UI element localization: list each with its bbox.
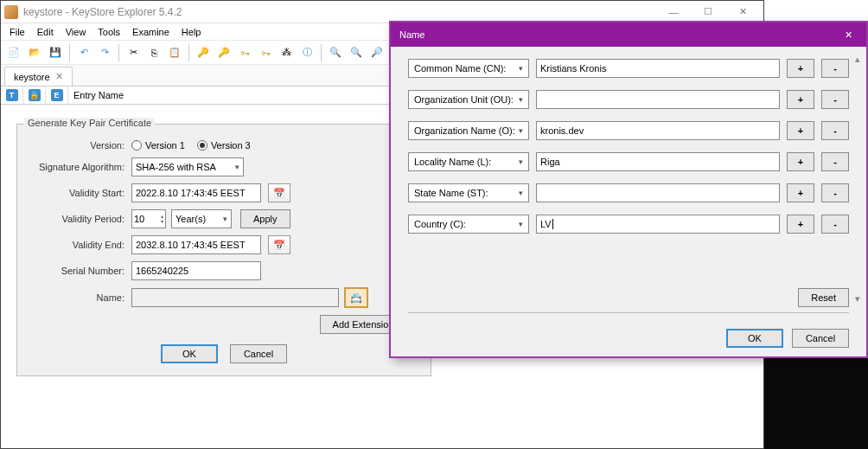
add-row-button[interactable]: +	[787, 121, 814, 140]
dialog-cancel-button[interactable]: Cancel	[792, 329, 849, 348]
add-row-button[interactable]: +	[787, 90, 814, 109]
calendar-icon[interactable]: 📅	[268, 235, 290, 254]
minimize-button[interactable]: —	[656, 2, 691, 22]
copy-icon[interactable]: ⎘	[144, 43, 163, 62]
dn-value-input[interactable]	[536, 183, 780, 202]
generate-keypair-panel: Generate Key Pair Certificate Version: V…	[16, 124, 431, 376]
app-icon	[4, 5, 18, 19]
save-icon[interactable]: 💾	[46, 43, 65, 62]
keypair2-icon[interactable]: 🔑	[214, 43, 233, 62]
dn-row: State Name (ST):+-	[408, 183, 849, 202]
validity-unit-combo[interactable]: Year(s)	[171, 209, 232, 228]
examine3-icon[interactable]: 🔎	[367, 43, 386, 62]
tab-label: keystore	[14, 72, 50, 82]
remove-row-button[interactable]: -	[821, 90, 849, 109]
dn-field-combo[interactable]: Organization Name (O):	[408, 121, 529, 140]
window-title: keystore - KeyStore Explorer 5.4.2	[23, 6, 656, 18]
reset-button[interactable]: Reset	[798, 288, 849, 307]
dialog-body: ▴▾ Common Name (CN):Kristians Kronis+-Or…	[391, 47, 866, 356]
info-icon[interactable]: ⓘ	[297, 43, 316, 62]
scrollbar[interactable]: ▴▾	[852, 54, 863, 305]
dn-field-combo[interactable]: Country (C):	[408, 215, 529, 234]
cut-icon[interactable]: ✂	[124, 43, 143, 62]
validity-start-label: Validity Start:	[28, 188, 131, 198]
keypair3-icon[interactable]: 🗝	[235, 43, 254, 62]
serial-field[interactable]: 1665240225	[131, 261, 261, 280]
toolbar-sep	[321, 44, 322, 61]
col-expiry[interactable]: E	[46, 87, 68, 104]
redo-icon[interactable]: ↷	[95, 43, 114, 62]
apply-button[interactable]: Apply	[240, 209, 290, 228]
open-icon[interactable]: 📂	[25, 43, 44, 62]
validity-end-field[interactable]: 2032.8.10 17:43:45 EEST	[131, 235, 261, 254]
validity-end-label: Validity End:	[28, 240, 131, 250]
sig-alg-combo[interactable]: SHA-256 with RSA	[131, 157, 244, 176]
name-label: Name:	[28, 292, 131, 303]
toolbar-sep	[118, 44, 119, 61]
col-lock[interactable]: 🔒	[23, 87, 46, 104]
name-edit-button[interactable]: 📇	[344, 287, 368, 308]
dn-row: Locality Name (L):Riga+-	[408, 152, 849, 171]
add-row-button[interactable]: +	[787, 152, 814, 171]
toolbar-sep	[69, 44, 70, 61]
dn-value-input[interactable]: LV	[536, 215, 780, 234]
examine2-icon[interactable]: 🔍	[347, 43, 366, 62]
dn-row: Country (C):LV+-	[408, 215, 849, 234]
tab-close-icon[interactable]: ✕	[55, 71, 63, 82]
keystore-tab[interactable]: keystore ✕	[4, 67, 73, 86]
remove-row-button[interactable]: -	[821, 215, 849, 234]
keypair-icon[interactable]: 🔑	[194, 43, 213, 62]
dn-row: Organization Name (O):kronis.dev+-	[408, 121, 849, 140]
dn-value-input[interactable]: Kristians Kronis	[536, 59, 780, 78]
menu-tools[interactable]: Tools	[93, 25, 125, 39]
version3-radio[interactable]: Version 3	[197, 140, 251, 151]
new-icon[interactable]: 📄	[4, 43, 23, 62]
dn-row: Organization Unit (OU):+-	[408, 90, 849, 109]
dialog-close-icon[interactable]: ✕	[839, 29, 858, 41]
cancel-button[interactable]: Cancel	[230, 344, 287, 363]
dn-value-input[interactable]: Riga	[536, 152, 780, 171]
menu-file[interactable]: File	[4, 25, 30, 39]
dialog-ok-button[interactable]: OK	[726, 329, 783, 348]
col-type[interactable]: T	[1, 87, 23, 104]
serial-label: Serial Number:	[28, 266, 131, 276]
keypair4-icon[interactable]: 🗝	[256, 43, 275, 62]
menu-edit[interactable]: Edit	[32, 25, 59, 39]
dn-field-combo[interactable]: Organization Unit (OU):	[408, 90, 529, 109]
dialog-title: Name	[399, 29, 424, 40]
sig-alg-label: Signature Algorithm:	[28, 162, 131, 172]
close-button[interactable]: ✕	[725, 2, 760, 22]
dn-row: Common Name (CN):Kristians Kronis+-	[408, 59, 849, 78]
validity-period-spinner[interactable]: 10	[131, 209, 166, 228]
add-row-button[interactable]: +	[787, 215, 814, 234]
version1-radio[interactable]: Version 1	[131, 140, 185, 151]
validity-period-label: Validity Period:	[28, 214, 131, 224]
menu-view[interactable]: View	[61, 25, 92, 39]
calendar-icon[interactable]: 📅	[268, 183, 290, 202]
dn-field-combo[interactable]: Common Name (CN):	[408, 59, 529, 78]
paste-icon[interactable]: 📋	[165, 43, 184, 62]
add-row-button[interactable]: +	[787, 59, 814, 78]
ok-button[interactable]: OK	[161, 344, 218, 363]
separator	[408, 312, 849, 313]
menu-examine[interactable]: Examine	[127, 25, 175, 39]
remove-row-button[interactable]: -	[821, 121, 849, 140]
remove-row-button[interactable]: -	[821, 152, 849, 171]
password-icon[interactable]: ⁂	[277, 43, 296, 62]
background-fill	[764, 358, 868, 449]
dn-value-input[interactable]: kronis.dev	[536, 121, 780, 140]
menu-help[interactable]: Help	[176, 25, 207, 39]
remove-row-button[interactable]: -	[821, 183, 849, 202]
name-dialog: Name ✕ ▴▾ Common Name (CN):Kristians Kro…	[389, 21, 868, 358]
version-label: Version:	[28, 140, 131, 151]
validity-start-field[interactable]: 2022.8.10 17:43:45 EEST	[131, 183, 261, 202]
dn-field-combo[interactable]: State Name (ST):	[408, 183, 529, 202]
undo-icon[interactable]: ↶	[74, 43, 93, 62]
remove-row-button[interactable]: -	[821, 59, 849, 78]
dn-field-combo[interactable]: Locality Name (L):	[408, 152, 529, 171]
examine1-icon[interactable]: 🔍	[326, 43, 345, 62]
add-row-button[interactable]: +	[787, 183, 814, 202]
maximize-button[interactable]: ☐	[691, 2, 725, 22]
name-field	[131, 288, 339, 307]
dn-value-input[interactable]	[536, 90, 780, 109]
